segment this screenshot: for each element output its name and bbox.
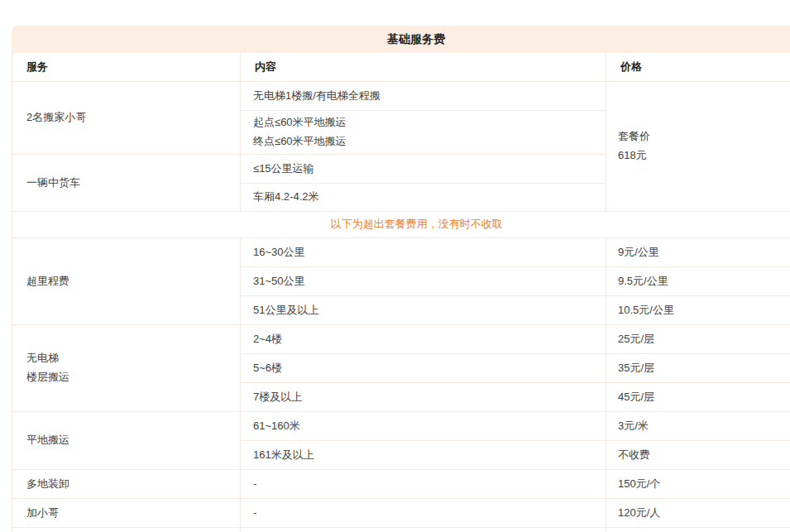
cell-service-movers: 2名搬家小哥	[12, 81, 241, 154]
cell-service-multi-stop: 多地装卸	[12, 469, 241, 498]
pricing-table-card: 基础服务费 服务 内容 价格 2名搬家小哥 无电梯1楼搬/有电梯全程搬 套餐价 …	[12, 26, 790, 532]
cell-price: 150元/个	[606, 469, 790, 498]
cell-content: 5~6楼	[241, 353, 606, 382]
cell-content: 51公里及以上	[241, 295, 606, 324]
table-row-cutoff	[12, 527, 790, 532]
cell-price: 不收费	[606, 440, 790, 469]
table-row: 平地搬运 61~160米 3元/米	[12, 411, 790, 440]
cell-price: 10.5元/公里	[606, 295, 790, 324]
cell-content: -	[241, 498, 606, 527]
column-header-row: 服务 内容 价格	[12, 53, 790, 81]
cell-price: 25元/层	[606, 324, 790, 353]
cell-price: 3元/米	[606, 411, 790, 440]
cell-service-mileage: 超里程费	[12, 237, 241, 324]
cell-service-floors: 无电梯 楼层搬运	[12, 324, 241, 411]
cell-content: 61~160米	[241, 411, 606, 440]
table-row: 加小哥 - 120元/人	[12, 498, 790, 527]
cell-price: 45元/层	[606, 382, 790, 411]
table-title-banner: 基础服务费	[12, 26, 790, 53]
notice-row: 以下为超出套餐费用，没有时不收取	[12, 211, 790, 237]
cell-service-flat: 平地搬运	[12, 411, 241, 469]
cell-content: 161米及以上	[241, 440, 606, 469]
cell-content: 31~50公里	[241, 266, 606, 295]
cell-content: -	[241, 469, 606, 498]
cell-price: 35元/层	[606, 353, 790, 382]
table-row: 多地装卸 - 150元/个	[12, 469, 790, 498]
column-header-price: 价格	[606, 53, 790, 81]
table-row: 超里程费 16~30公里 9元/公里	[12, 237, 790, 266]
base-service-fee-table: 服务 内容 价格 2名搬家小哥 无电梯1楼搬/有电梯全程搬 套餐价 618元 起…	[12, 53, 790, 532]
cell-content-elevator: 无电梯1楼搬/有电梯全程搬	[241, 81, 606, 110]
cell-content-cargo-box: 车厢4.2-4.2米	[241, 183, 606, 211]
cell-content: 16~30公里	[241, 237, 606, 266]
cell-empty	[12, 527, 241, 532]
cell-service-extra-mover: 加小哥	[12, 498, 241, 527]
cell-empty	[606, 527, 790, 532]
cell-content-flat-carry: 起点≤60米平地搬运 终点≤60米平地搬运	[241, 110, 606, 154]
cell-price: 120元/人	[606, 498, 790, 527]
column-header-content: 内容	[241, 53, 606, 81]
table-row: 无电梯 楼层搬运 2~4楼 25元/层	[12, 324, 790, 353]
cell-content-transport: ≤15公里运输	[241, 154, 606, 183]
table-title: 基础服务费	[387, 32, 445, 47]
cell-price: 9元/公里	[606, 237, 790, 266]
table-row: 2名搬家小哥 无电梯1楼搬/有电梯全程搬 套餐价 618元	[12, 81, 790, 110]
cell-package-price: 套餐价 618元	[606, 81, 790, 211]
cell-content: 7楼及以上	[241, 382, 606, 411]
column-header-service: 服务	[12, 53, 241, 81]
cell-price: 9.5元/公里	[606, 266, 790, 295]
surcharge-notice: 以下为超出套餐费用，没有时不收取	[12, 211, 790, 237]
cell-service-truck: 一辆中货车	[12, 154, 241, 211]
cell-content: 2~4楼	[241, 324, 606, 353]
cell-empty	[241, 527, 606, 532]
